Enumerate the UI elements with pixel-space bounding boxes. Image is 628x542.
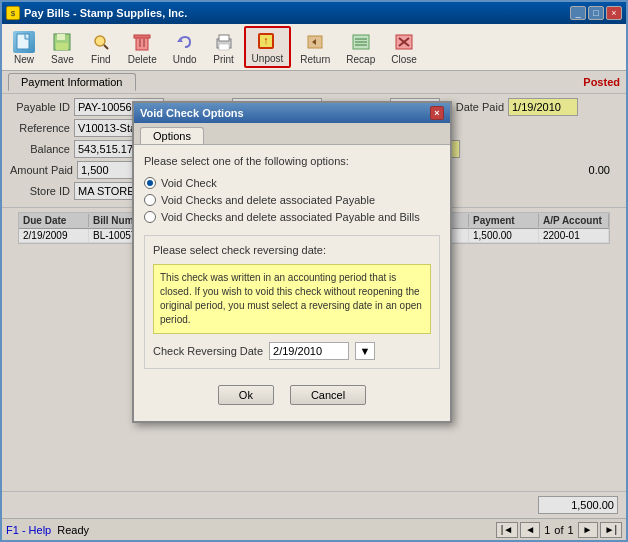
radio-void-delete-all[interactable]: Void Checks and delete associated Payabl… <box>144 211 440 223</box>
save-icon <box>51 31 73 53</box>
recap-button[interactable]: Recap <box>339 28 382 68</box>
app-window: $ Pay Bills - Stamp Supplies, Inc. _ □ ×… <box>0 0 628 542</box>
radio-void-check[interactable]: Void Check <box>144 177 440 189</box>
close-label: Close <box>391 54 417 65</box>
unpost-button[interactable]: ↑ Unpost <box>244 26 292 68</box>
return-button[interactable]: Return <box>293 28 337 68</box>
save-button[interactable]: Save <box>44 28 81 68</box>
next-page-btn[interactable]: ► <box>578 522 598 538</box>
check-reversing-date-input[interactable] <box>269 342 349 360</box>
dialog-question: Please select one of the following optio… <box>144 155 440 167</box>
svg-rect-3 <box>56 43 68 50</box>
print-label: Print <box>213 54 234 65</box>
page-of: of <box>554 524 563 536</box>
svg-rect-0 <box>17 34 29 49</box>
svg-rect-7 <box>134 35 150 38</box>
svg-line-5 <box>104 45 108 49</box>
cancel-button[interactable]: Cancel <box>290 385 366 405</box>
radio-group: Void Check Void Checks and delete associ… <box>144 177 440 223</box>
date-section-label: Please select check reversing date: <box>153 244 431 256</box>
undo-button[interactable]: Undo <box>166 28 204 68</box>
new-icon <box>13 31 35 53</box>
svg-text:↑: ↑ <box>264 34 270 46</box>
radio-void-delete-all-btn[interactable] <box>144 211 156 223</box>
dialog-title: Void Check Options <box>140 107 244 119</box>
print-icon <box>213 31 235 53</box>
close-icon <box>393 31 415 53</box>
delete-icon <box>131 31 153 53</box>
print-button[interactable]: Print <box>206 28 242 68</box>
minimize-btn[interactable]: _ <box>570 6 586 20</box>
recap-label: Recap <box>346 54 375 65</box>
dialog-title-bar: Void Check Options × <box>134 103 450 123</box>
last-page-btn[interactable]: ►| <box>600 522 623 538</box>
first-page-btn[interactable]: |◄ <box>496 522 519 538</box>
void-check-dialog: Void Check Options × Options Please sele… <box>132 101 452 423</box>
recap-icon <box>350 31 372 53</box>
dialog-tab-bar: Options <box>134 123 450 145</box>
svg-point-4 <box>95 36 105 46</box>
dialog-close-btn[interactable]: × <box>430 106 444 120</box>
unpost-label: Unpost <box>252 53 284 64</box>
close-button[interactable]: Close <box>384 28 424 68</box>
find-icon <box>90 31 112 53</box>
close-window-btn[interactable]: × <box>606 6 622 20</box>
svg-rect-12 <box>219 35 229 41</box>
content-area: Payment Information Posted Payable ID Ve… <box>2 71 626 518</box>
date-section: Please select check reversing date: This… <box>144 235 440 369</box>
app-icon: $ <box>6 6 20 20</box>
title-bar-left: $ Pay Bills - Stamp Supplies, Inc. <box>6 6 187 20</box>
save-label: Save <box>51 54 74 65</box>
delete-label: Delete <box>128 54 157 65</box>
status-section: F1 - Help Ready <box>6 519 89 541</box>
find-button[interactable]: Find <box>83 28 119 68</box>
title-bar: $ Pay Bills - Stamp Supplies, Inc. _ □ × <box>2 2 626 24</box>
dialog-overlay: Void Check Options × Options Please sele… <box>2 71 626 518</box>
radio-void-delete-all-label: Void Checks and delete associated Payabl… <box>161 211 420 223</box>
radio-void-check-btn[interactable] <box>144 177 156 189</box>
radio-void-delete-payable-label: Void Checks and delete associated Payabl… <box>161 194 375 206</box>
maximize-btn[interactable]: □ <box>588 6 604 20</box>
ok-button[interactable]: Ok <box>218 385 274 405</box>
date-row: Check Reversing Date ▼ <box>153 342 431 360</box>
pagination-bar: F1 - Help Ready |◄ ◄ 1 of 1 ► ►| <box>2 518 626 540</box>
svg-rect-2 <box>57 34 65 40</box>
options-tab[interactable]: Options <box>140 127 204 144</box>
return-icon <box>304 31 326 53</box>
undo-label: Undo <box>173 54 197 65</box>
help-link[interactable]: F1 - Help <box>6 524 51 536</box>
new-button[interactable]: New <box>6 28 42 68</box>
page-current: 1 <box>542 524 552 536</box>
unpost-icon: ↑ <box>256 30 278 52</box>
dialog-buttons: Ok Cancel <box>144 379 440 411</box>
window-title: Pay Bills - Stamp Supplies, Inc. <box>24 7 187 19</box>
page-total: 1 <box>565 524 575 536</box>
delete-button[interactable]: Delete <box>121 28 164 68</box>
radio-void-delete-payable-btn[interactable] <box>144 194 156 206</box>
date-dropdown-btn[interactable]: ▼ <box>355 342 375 360</box>
undo-icon <box>174 31 196 53</box>
return-label: Return <box>300 54 330 65</box>
status-text: Ready <box>57 524 89 536</box>
find-label: Find <box>91 54 110 65</box>
toolbar: New Save Find Delete Undo <box>2 24 626 71</box>
svg-rect-13 <box>219 44 229 50</box>
prev-page-btn[interactable]: ◄ <box>520 522 540 538</box>
date-notice: This check was written in an accounting … <box>153 264 431 334</box>
radio-void-check-label: Void Check <box>161 177 217 189</box>
svg-rect-6 <box>136 37 148 50</box>
title-controls: _ □ × <box>570 6 622 20</box>
new-label: New <box>14 54 34 65</box>
page-nav: |◄ ◄ 1 of 1 ► ►| <box>496 522 622 538</box>
date-label: Check Reversing Date <box>153 345 263 357</box>
dialog-content: Please select one of the following optio… <box>134 145 450 421</box>
radio-void-delete-payable[interactable]: Void Checks and delete associated Payabl… <box>144 194 440 206</box>
